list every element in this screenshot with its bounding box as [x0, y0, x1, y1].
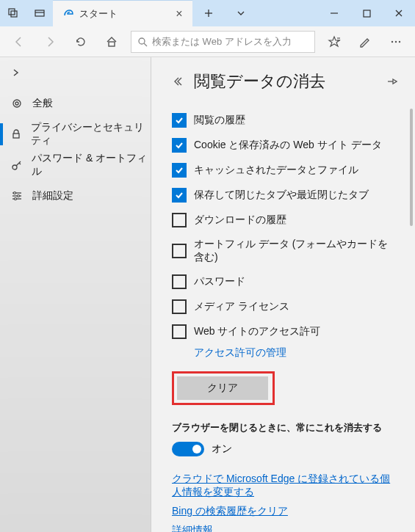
sidebar-item-privacy[interactable]: プライバシーとセキュリティ: [0, 119, 151, 150]
sidebar-item-general[interactable]: 全般: [0, 88, 151, 119]
home-button[interactable]: [97, 28, 126, 56]
tab-preview-icon[interactable]: [26, 8, 53, 18]
sidebar-expand-icon[interactable]: [0, 57, 151, 88]
toggle-label: オン: [212, 442, 232, 456]
svg-point-19: [13, 100, 21, 107]
svg-point-18: [399, 40, 400, 42]
svg-marker-32: [393, 79, 397, 84]
maximize-button[interactable]: [350, 0, 383, 26]
checkbox-label: 保存して閉じたタブや最近閉じたタブ: [194, 189, 369, 202]
checkbox-row[interactable]: 閲覧の履歴: [172, 113, 397, 128]
svg-point-29: [18, 195, 20, 197]
checkbox-icon: [172, 163, 187, 178]
settings-icon: [10, 190, 24, 202]
svg-rect-2: [35, 10, 44, 16]
favorites-button[interactable]: [320, 28, 349, 56]
checkbox-row[interactable]: Cookie と保存済みの Web サイト データ: [172, 138, 397, 153]
minimize-button[interactable]: [318, 0, 350, 26]
checkbox-icon: [172, 138, 187, 153]
checkbox-label: Web サイトのアクセス許可: [194, 325, 320, 338]
panel-title: 閲覧データの消去: [194, 70, 375, 92]
checkbox-row[interactable]: Web サイトのアクセス許可: [172, 324, 397, 339]
svg-rect-10: [109, 42, 115, 46]
svg-line-24: [19, 163, 21, 164]
edge-icon: [63, 9, 73, 19]
close-window-button[interactable]: [383, 0, 415, 26]
checkbox-label: Cookie と保存済みの Web サイト データ: [194, 139, 382, 152]
settings-panel: 閲覧データの消去 閲覧の履歴Cookie と保存済みの Web サイト データキ…: [151, 57, 415, 532]
svg-rect-0: [9, 9, 15, 15]
svg-line-12: [144, 43, 147, 46]
checkbox-label: ダウンロードの履歴: [194, 214, 286, 227]
pin-icon[interactable]: [386, 76, 397, 87]
checkbox-icon: [172, 274, 187, 289]
sidebar-item-advanced[interactable]: 詳細設定: [0, 181, 151, 211]
always-clear-title: ブラウザーを閉じるときに、常にこれを消去する: [172, 421, 397, 434]
checkbox-label: オートフィル データ (フォームやカードを含む): [194, 238, 397, 264]
scrollbar[interactable]: [410, 109, 413, 226]
refresh-button[interactable]: [66, 28, 95, 56]
more-info-link[interactable]: 詳細情報: [172, 524, 397, 532]
tab-label: スタート: [79, 7, 167, 21]
svg-point-30: [15, 198, 17, 200]
address-bar[interactable]: 検索または Web アドレスを入力: [131, 31, 315, 53]
checkbox-icon: [172, 113, 187, 128]
checkbox-row[interactable]: ダウンロードの履歴: [172, 213, 397, 227]
settings-sidebar: 全般 プライバシーとセキュリティ パスワード & オートフィル 詳細設定: [0, 57, 151, 532]
lock-icon: [10, 128, 22, 140]
svg-point-20: [15, 102, 18, 105]
cloud-link[interactable]: クラウドで Microsoft Edge に登録されている個人情報を変更する: [172, 473, 397, 499]
svg-rect-21: [13, 134, 19, 138]
forward-button[interactable]: [35, 28, 65, 56]
sidebar-item-label: 詳細設定: [32, 189, 73, 203]
clear-highlight: クリア: [172, 371, 275, 405]
more-button[interactable]: [381, 28, 411, 56]
always-clear-toggle[interactable]: [172, 442, 204, 456]
svg-point-28: [14, 192, 16, 194]
svg-point-17: [395, 40, 397, 42]
checkbox-row[interactable]: メディア ライセンス: [172, 299, 397, 314]
checkbox-row[interactable]: キャッシュされたデータとファイル: [172, 163, 397, 178]
checkbox-icon: [172, 188, 187, 203]
bing-link[interactable]: Bing の検索履歴をクリア: [172, 505, 397, 518]
browser-tab[interactable]: スタート ×: [53, 0, 192, 26]
titlebar: スタート ×: [0, 0, 415, 26]
panel-back-icon[interactable]: [172, 76, 184, 87]
checkbox-row[interactable]: 保存して閉じたタブや最近閉じたタブ: [172, 188, 397, 203]
tabs-aside-icon[interactable]: [0, 8, 26, 18]
gear-icon: [10, 98, 24, 109]
sidebar-item-passwords[interactable]: パスワード & オートフィル: [0, 150, 151, 181]
back-button[interactable]: [4, 28, 34, 56]
svg-point-16: [391, 40, 393, 42]
checkbox-icon: [172, 213, 187, 227]
sidebar-item-label: パスワード & オートフィル: [32, 152, 151, 178]
checkbox-icon: [172, 324, 187, 339]
checkbox-label: メディア ライセンス: [194, 300, 289, 313]
new-tab-button[interactable]: [192, 0, 225, 26]
checkbox-icon: [172, 244, 187, 258]
checkbox-row[interactable]: パスワード: [172, 274, 397, 289]
address-placeholder: 検索または Web アドレスを入力: [152, 35, 292, 48]
notes-button[interactable]: [350, 28, 380, 56]
clear-button[interactable]: クリア: [177, 376, 268, 400]
svg-point-11: [139, 38, 145, 44]
sidebar-item-label: プライバシーとセキュリティ: [31, 121, 151, 147]
tab-close-icon[interactable]: ×: [173, 7, 185, 21]
key-icon: [10, 159, 23, 171]
search-icon: [137, 37, 148, 47]
sidebar-item-label: 全般: [32, 97, 53, 110]
checkbox-label: キャッシュされたデータとファイル: [194, 164, 358, 177]
checkbox-label: 閲覧の履歴: [194, 114, 245, 127]
checkbox-label: パスワード: [194, 275, 245, 288]
checkbox-icon: [172, 299, 187, 314]
svg-rect-1: [11, 11, 17, 17]
chevron-down-icon[interactable]: [225, 0, 257, 26]
manage-permissions-link[interactable]: アクセス許可の管理: [194, 346, 286, 360]
toolbar: 検索または Web アドレスを入力: [0, 26, 415, 57]
checkbox-row[interactable]: オートフィル データ (フォームやカードを含む): [172, 238, 397, 264]
svg-rect-7: [364, 10, 370, 17]
